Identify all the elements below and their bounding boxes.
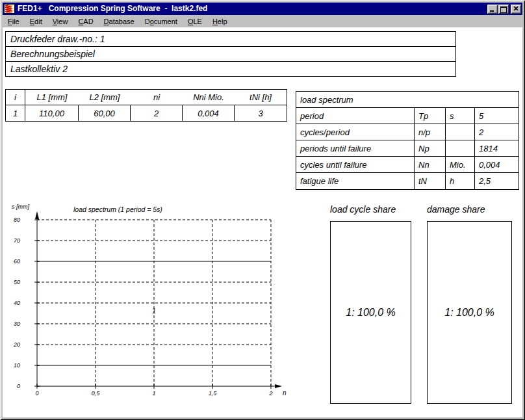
spectrum-row-unit: s [445,108,474,124]
menu-bar: FileEditViewCADDatabaseDocumentOLEHelp [3,15,522,27]
damage-share-box: 1: 100,0 % [427,221,512,404]
close-icon: ✕ [511,5,521,14]
svg-text:50: 50 [14,279,20,285]
spectrum-row-symbol: Nn [414,157,445,173]
spectrum-row-unit [445,124,474,140]
spectrum-row-value: 5 [474,108,519,124]
menu-item-database[interactable]: Database [99,16,140,27]
menu-item-file[interactable]: File [3,16,25,27]
load-case-data-cell: 60,00 [79,105,131,121]
spectrum-row-symbol: Np [414,140,445,157]
load-case-data-cell: 0,004 [183,105,235,121]
spectrum-row-label: periods until failure [296,140,414,157]
spectrum-table-title: load spectrum [296,92,519,108]
damage-share-value: 1: 100,0 % [444,307,494,319]
load-case-header-cell: L2 [mm] [79,90,131,105]
svg-text:n: n [283,389,287,397]
spectrum-row-value: 2 [474,124,519,140]
svg-text:60: 60 [14,258,20,265]
spectrum-row-label: period [296,108,414,124]
load-case-data-cell: 1 [6,105,25,121]
minimize-button[interactable] [487,5,498,14]
menu-item-document[interactable]: Document [140,16,183,27]
spring-icon[interactable] [4,4,15,14]
menu-item-view[interactable]: View [47,16,73,27]
close-button[interactable]: ✕ [511,5,521,14]
svg-text:1: 1 [152,390,155,397]
load-case-header-cell: ni [131,90,183,105]
load-case-header-cell: i [6,90,25,105]
load-spectrum-chart: 10102030405060708000,511,52load spectrum… [3,195,299,410]
spectrum-row-label: fatigue life [296,173,414,189]
svg-text:20: 20 [13,341,20,348]
svg-text:1,5: 1,5 [209,390,218,397]
spectrum-row-unit [445,140,474,157]
drawing-header-line-1: Druckfeder draw.-no.: 1 [5,31,456,47]
damage-share-title: damage share [427,204,485,215]
menu-item-help[interactable]: Help [207,16,233,27]
load-case-data-cell: 2 [131,105,183,121]
svg-text:1: 1 [152,308,156,315]
minimize-icon [490,10,494,12]
maximize-button[interactable] [498,5,509,14]
svg-text:load spectrum (1 period = 5s): load spectrum (1 period = 5s) [73,205,162,213]
load-case-table: iL1 [mm]L2 [mm]niNni Mio.tNi [h]1110,006… [5,89,287,122]
load-case-data-cell: 110,00 [25,105,79,121]
spectrum-row-label: cycles/period [296,124,414,140]
svg-text:0: 0 [35,390,38,397]
load-spectrum-table: load spectrumperiodTps5cycles/periodn/p2… [296,91,519,190]
client-area: Druckfeder draw.-no.: 1 Berechnungsbeisp… [3,27,522,417]
spectrum-row-value: 0,004 [474,157,519,173]
drawing-header-line-2: Berechnungsbeispiel [5,46,456,62]
spectrum-row-value: 2,5 [474,173,519,189]
spectrum-row-unit: h [445,173,474,189]
svg-text:10: 10 [14,362,20,369]
menu-item-cad[interactable]: CAD [73,16,98,27]
title-bar[interactable]: FED1+ Compression Spring Software - last… [3,3,522,15]
svg-text:0: 0 [17,383,20,389]
drawing-header-line-3: Lastkollektiv 2 [5,61,456,77]
load-case-data-cell: 3 [235,105,287,121]
spectrum-row-value: 1814 [474,140,519,157]
svg-text:0,5: 0,5 [92,390,101,397]
spectrum-row-symbol: tN [414,173,445,189]
svg-text:80: 80 [14,217,20,223]
svg-text:2: 2 [268,390,272,397]
load-case-header-cell: Nni Mio. [183,90,235,105]
spectrum-row-symbol: Tp [414,108,445,124]
load-case-header-cell: tNi [h] [235,90,287,105]
window-title: FED1+ Compression Spring Software - last… [18,3,487,15]
spectrum-row-unit: Mio. [445,157,474,173]
load-cycle-share-box: 1: 100,0 % [330,221,411,404]
svg-text:40: 40 [14,300,20,306]
spectrum-row-symbol: n/p [414,124,445,140]
menu-item-edit[interactable]: Edit [25,16,47,27]
load-cycle-share-title: load cycle share [330,204,396,215]
load-case-header-cell: L1 [mm] [25,90,79,105]
load-cycle-share-value: 1: 100,0 % [346,307,396,319]
svg-text:s [mm]: s [mm] [12,203,29,210]
spectrum-row-label: cycles until failure [296,157,414,173]
svg-text:30: 30 [14,321,20,327]
application-window: FED1+ Compression Spring Software - last… [0,0,525,420]
maximize-icon [500,7,507,13]
svg-text:70: 70 [14,237,20,244]
menu-item-ole[interactable]: OLE [183,16,207,27]
